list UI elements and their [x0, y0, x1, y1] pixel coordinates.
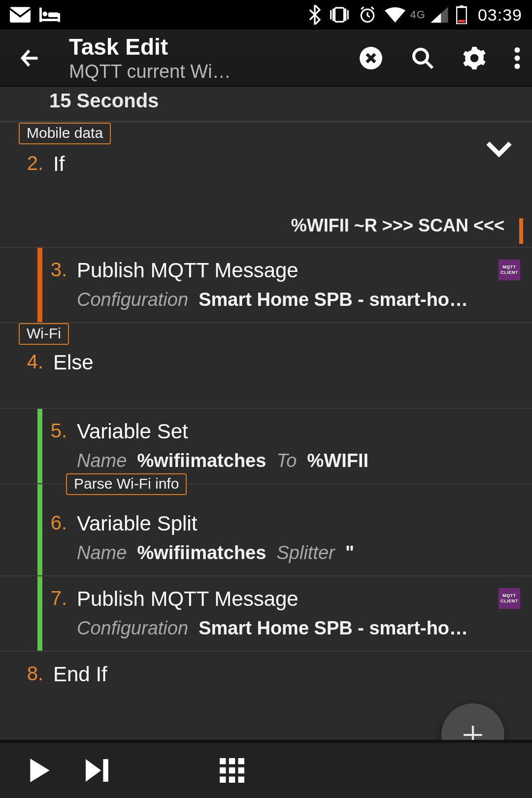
nest-bar — [37, 248, 42, 322]
svg-rect-6 — [334, 8, 344, 22]
step-detail: Configuration Smart Home SPB - smart-ho… — [77, 289, 523, 310]
action-row-3[interactable]: 3. Publish MQTT Message Configuration Sm… — [0, 247, 532, 322]
action-row-5[interactable]: 5. Variable Set Name %wifiimatches To %W… — [0, 408, 532, 483]
clear-button[interactable] — [359, 46, 383, 70]
app-bar: Task Edit MQTT current Wi-Fi… — [0, 30, 532, 87]
step-number: 8. — [19, 663, 47, 685]
svg-rect-2 — [39, 19, 60, 21]
action-list[interactable]: 15 Seconds Mobile data 2. If %WIFII ~R >… — [0, 87, 532, 740]
action-row-6[interactable]: Parse Wi-Fi info 6. Variable Split Name … — [0, 483, 532, 575]
wifi-icon — [385, 6, 405, 23]
nest-bar — [37, 576, 42, 651]
svg-rect-26 — [238, 767, 245, 774]
step-detail: Name %wifiimatches Splitter " — [77, 542, 523, 564]
mail-icon — [10, 7, 31, 23]
svg-rect-28 — [229, 777, 235, 783]
action-row-8[interactable]: 8. End If — [0, 651, 532, 698]
svg-rect-21 — [220, 758, 226, 765]
step-title: Else — [53, 351, 523, 374]
step-title: Variable Split — [77, 512, 523, 535]
svg-point-17 — [515, 47, 520, 53]
svg-rect-7 — [330, 10, 332, 20]
page-subtitle: MQTT current Wi-Fi… — [69, 61, 232, 82]
svg-rect-9 — [345, 8, 346, 21]
prev-action-tail[interactable]: 15 Seconds — [0, 87, 532, 122]
svg-rect-10 — [347, 10, 348, 20]
alarm-icon — [358, 5, 377, 24]
grid-button[interactable] — [220, 758, 244, 783]
svg-point-19 — [515, 64, 520, 69]
signal-icon — [431, 7, 448, 23]
action-row-7[interactable]: 7. Publish MQTT Message Configuration Sm… — [0, 575, 532, 651]
step-detail: Configuration Smart Home SPB - smart-ho… — [77, 618, 523, 639]
back-button[interactable] — [19, 47, 41, 69]
step-detail: Name %wifiimatches To %WIFII — [77, 450, 523, 471]
label-chip: Mobile data — [19, 123, 111, 144]
if-condition: %WIFII ~R >>> SCAN <<< — [0, 188, 532, 238]
step-button[interactable] — [86, 759, 110, 782]
svg-rect-27 — [220, 777, 226, 783]
step-title: Publish MQTT Message — [77, 259, 523, 282]
svg-point-16 — [414, 49, 428, 63]
android-status-bar: 4G 03:39 — [0, 0, 532, 30]
nest-bar — [37, 484, 42, 575]
overflow-menu[interactable] — [514, 47, 520, 69]
chevron-down-icon[interactable] — [486, 140, 512, 157]
settings-button[interactable] — [462, 46, 487, 70]
label-chip: Wi-Fi — [19, 323, 69, 345]
bottom-toolbar — [0, 740, 532, 798]
play-button[interactable] — [30, 759, 50, 782]
svg-rect-14 — [458, 20, 465, 22]
step-number: 4. — [19, 351, 47, 373]
hotel-icon — [39, 7, 60, 23]
step-number: 6. — [46, 512, 71, 534]
svg-point-4 — [42, 12, 47, 17]
search-button[interactable] — [411, 46, 434, 70]
label-chip: Parse Wi-Fi info — [66, 473, 187, 495]
action-row-2[interactable]: Mobile data 2. If %WIFII ~R >>> SCAN <<< — [0, 122, 532, 247]
svg-rect-22 — [229, 758, 235, 765]
step-number: 3. — [46, 259, 71, 281]
status-clock: 03:39 — [475, 5, 522, 25]
step-title: Publish MQTT Message — [77, 587, 523, 611]
svg-rect-23 — [238, 758, 245, 765]
svg-point-18 — [515, 55, 520, 61]
mqtt-plugin-icon: MQTTCLIENT — [499, 260, 520, 280]
action-row-4[interactable]: Wi-Fi 4. Else — [0, 322, 532, 408]
nest-bar — [37, 409, 42, 483]
svg-rect-25 — [229, 767, 235, 774]
step-title: End If — [53, 663, 523, 686]
svg-rect-24 — [220, 767, 226, 774]
svg-rect-29 — [238, 777, 245, 783]
condition-marker — [519, 218, 523, 244]
network-type: 4G — [410, 8, 426, 21]
step-number: 7. — [46, 587, 71, 609]
svg-rect-20 — [103, 759, 108, 782]
bluetooth-icon — [309, 5, 321, 25]
svg-rect-0 — [10, 7, 31, 23]
step-number: 2. — [19, 152, 47, 174]
page-title: Task Edit — [69, 33, 359, 60]
vibrate-icon — [329, 6, 350, 24]
svg-rect-8 — [332, 8, 333, 21]
step-title: Variable Set — [77, 420, 523, 443]
step-title: If — [53, 152, 523, 176]
battery-icon — [456, 5, 467, 24]
step-number: 5. — [46, 420, 71, 442]
mqtt-plugin-icon: MQTTCLIENT — [499, 588, 520, 609]
svg-rect-5 — [48, 12, 59, 17]
